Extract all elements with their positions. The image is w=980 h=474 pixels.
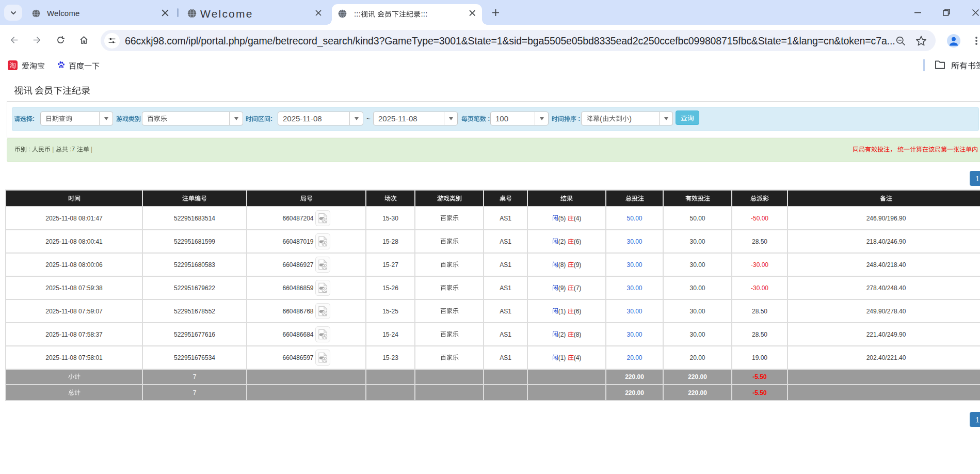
svg-text:du: du (60, 66, 63, 68)
